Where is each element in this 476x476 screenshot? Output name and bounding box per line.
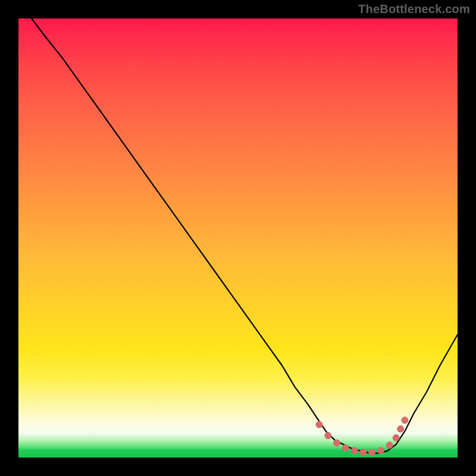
valley-dot xyxy=(402,417,408,424)
valley-dot xyxy=(351,447,358,454)
bottleneck-curve xyxy=(32,18,458,453)
valley-dot xyxy=(369,449,375,456)
valley-dot xyxy=(377,447,384,454)
plot-area xyxy=(18,18,458,458)
valley-dot xyxy=(397,426,404,433)
valley-dot xyxy=(386,442,393,449)
valley-dot xyxy=(334,440,340,446)
valley-dot xyxy=(316,421,322,428)
valley-dot xyxy=(393,434,399,441)
valley-dot xyxy=(342,444,349,451)
watermark-text: TheBottleneck.com xyxy=(358,2,470,16)
curve-layer xyxy=(18,18,458,458)
valley-markers xyxy=(316,417,408,456)
valley-dot xyxy=(325,433,331,439)
valley-dot xyxy=(360,449,367,456)
chart-frame: TheBottleneck.com xyxy=(0,0,476,476)
